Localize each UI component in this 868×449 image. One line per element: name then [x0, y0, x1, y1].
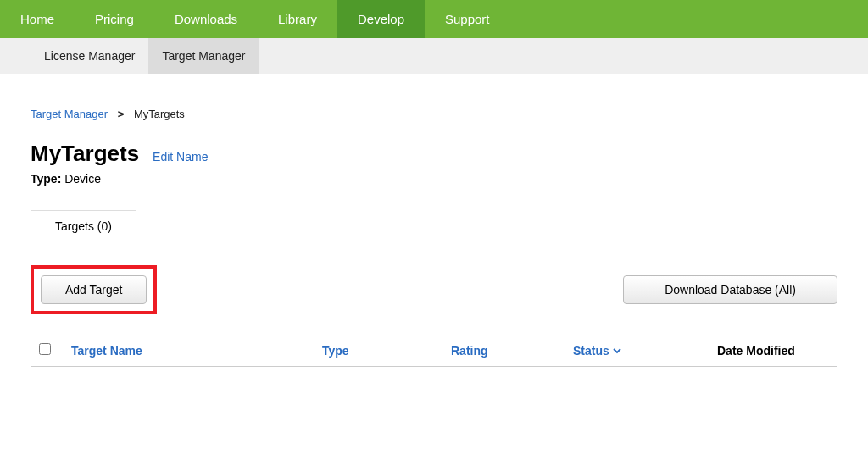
actions-row: Add Target Download Database (All) [31, 265, 837, 314]
nav-library[interactable]: Library [258, 0, 337, 38]
sub-nav: License Manager Target Manager [0, 38, 868, 74]
nav-downloads[interactable]: Downloads [154, 0, 258, 38]
content-area: Target Manager > MyTargets MyTargets Edi… [0, 74, 868, 384]
type-label: Type: [31, 172, 61, 186]
type-row: Type: Device [31, 172, 837, 186]
type-value-text: Device [64, 172, 101, 186]
th-rating[interactable]: Rating [451, 344, 573, 358]
nav-support[interactable]: Support [425, 0, 510, 38]
edit-name-link[interactable]: Edit Name [153, 150, 208, 164]
tabs-row: Targets (0) [31, 209, 837, 241]
breadcrumb-current: MyTargets [134, 108, 185, 120]
page-title: MyTargets [31, 141, 139, 167]
nav-home[interactable]: Home [0, 0, 75, 38]
top-nav: Home Pricing Downloads Library Develop S… [0, 0, 868, 38]
add-target-highlight: Add Target [31, 265, 157, 314]
breadcrumb: Target Manager > MyTargets [31, 108, 837, 120]
page-title-row: MyTargets Edit Name [31, 141, 837, 167]
select-all-checkbox[interactable] [39, 343, 51, 355]
nav-pricing[interactable]: Pricing [75, 0, 154, 38]
add-target-button[interactable]: Add Target [41, 275, 147, 304]
subnav-target-manager[interactable]: Target Manager [148, 38, 259, 74]
th-date-modified: Date Modified [717, 344, 837, 358]
tab-targets[interactable]: Targets (0) [31, 210, 136, 241]
chevron-down-icon [613, 344, 621, 358]
nav-develop[interactable]: Develop [337, 0, 425, 38]
th-status-label: Status [573, 344, 609, 358]
download-database-button[interactable]: Download Database (All) [623, 275, 837, 304]
th-status[interactable]: Status [573, 344, 717, 358]
th-target-name[interactable]: Target Name [71, 344, 322, 358]
subnav-license-manager[interactable]: License Manager [31, 38, 148, 74]
breadcrumb-target-manager[interactable]: Target Manager [31, 108, 108, 120]
th-type[interactable]: Type [322, 344, 451, 358]
breadcrumb-separator: > [118, 108, 125, 120]
table-header-row: Target Name Type Rating Status Date Modi… [31, 335, 837, 367]
select-all-cell [39, 343, 68, 358]
